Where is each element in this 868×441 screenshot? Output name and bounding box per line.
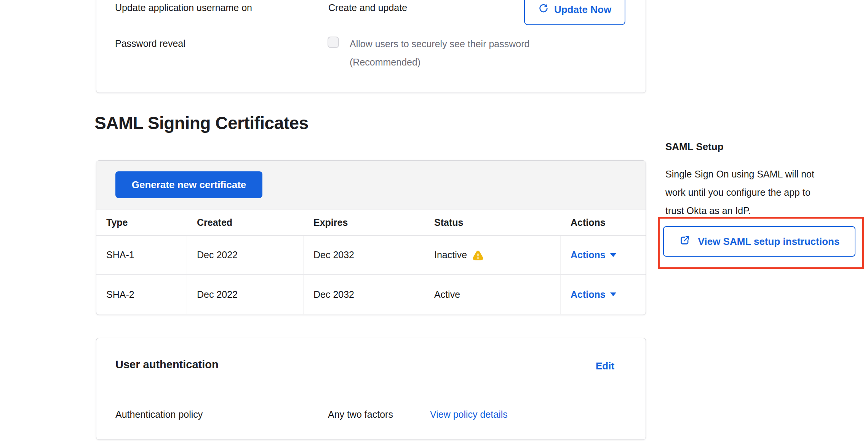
authentication-policy-value: Any two factors [328, 409, 393, 420]
column-header-type: Type [96, 209, 187, 235]
cert-expires: Dec 2032 [304, 236, 424, 274]
actions-label: Actions [571, 249, 606, 260]
cert-status: Active [434, 289, 460, 300]
password-reveal-checkbox[interactable] [328, 37, 339, 48]
checkbox-label-line1: Allow users to securely see their passwo… [350, 38, 529, 50]
cert-status-cell: Inactive [424, 236, 561, 274]
actions-cell: Actions [561, 236, 646, 274]
saml-setup-description: Single Sign On using SAML will not work … [665, 165, 814, 220]
caret-down-icon [610, 253, 616, 257]
card-title: User authentication [115, 359, 219, 370]
update-now-button[interactable]: Update Now [524, 0, 625, 25]
view-policy-details-link[interactable]: View policy details [430, 409, 508, 420]
column-header-status: Status [424, 209, 561, 235]
actions-dropdown[interactable]: Actions [571, 289, 616, 300]
column-header-expires: Expires [304, 209, 424, 235]
page: Update application username on Create an… [0, 0, 868, 441]
password-reveal-label: Password reveal [115, 38, 185, 49]
column-header-actions: Actions [561, 209, 646, 235]
username-update-label: Update application username on [115, 2, 252, 13]
cert-expires: Dec 2032 [304, 275, 424, 314]
saml-setup-description-line: trust Okta as an IdP. [665, 201, 814, 220]
user-authentication-card: User authentication Edit Authentication … [96, 338, 646, 440]
authentication-policy-label: Authentication policy [115, 409, 203, 420]
column-header-created: Created [187, 209, 304, 235]
actions-label: Actions [571, 289, 606, 300]
actions-dropdown[interactable]: Actions [571, 249, 616, 260]
warning-icon [472, 249, 484, 261]
saml-setup-title: SAML Setup [665, 141, 724, 153]
page-title: SAML Signing Certificates [94, 113, 309, 133]
card-toolbar-band: Generate new certificate [96, 161, 646, 209]
edit-link[interactable]: Edit [596, 360, 614, 372]
generate-certificate-button[interactable]: Generate new certificate [115, 171, 262, 198]
cert-status-cell: Active [424, 275, 561, 314]
checkbox-label-line2: (Recommended) [350, 56, 420, 68]
view-saml-setup-label: View SAML setup instructions [698, 236, 840, 248]
saml-setup-description-line: work until you configure the app to [665, 183, 814, 201]
update-now-label: Update Now [554, 4, 611, 16]
cert-type: SHA-1 [96, 236, 187, 274]
cert-created: Dec 2022 [187, 275, 304, 314]
username-update-value: Create and update [328, 2, 407, 13]
actions-cell: Actions [561, 275, 646, 314]
refresh-icon [538, 3, 549, 16]
table-row: SHA-1 Dec 2022 Dec 2032 Inactive Actions [96, 236, 646, 275]
external-link-icon [679, 235, 691, 249]
table-row: SHA-2 Dec 2022 Dec 2032 Active Actions [96, 275, 646, 314]
cert-status: Inactive [434, 249, 467, 260]
view-saml-setup-instructions-button[interactable]: View SAML setup instructions [663, 226, 855, 257]
caret-down-icon [610, 292, 616, 296]
table-header-row: Type Created Expires Status Actions [96, 209, 646, 236]
cert-created: Dec 2022 [187, 236, 304, 274]
saml-certificates-card: Generate new certificate Type Created Ex… [96, 160, 646, 315]
saml-setup-description-line: Single Sign On using SAML will not [665, 165, 814, 183]
cert-type: SHA-2 [96, 275, 187, 314]
